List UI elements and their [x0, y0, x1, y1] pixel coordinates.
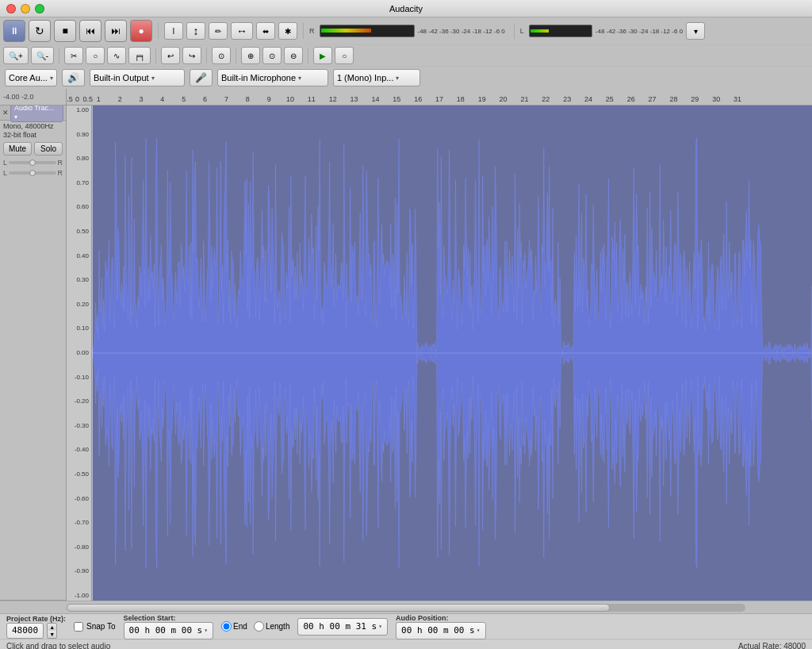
- audio-host-arrow: ▾: [50, 75, 53, 82]
- draw-btn[interactable]: ╒╕: [128, 47, 151, 64]
- window-controls[interactable]: [6, 4, 44, 13]
- audio-position-area: Audio Position: 00 h 00 m 00 s ▾: [396, 614, 486, 639]
- scroll-track[interactable]: [67, 604, 745, 612]
- sync-btn[interactable]: ⊙: [212, 47, 231, 64]
- separator1: [158, 23, 159, 39]
- vu-db-label1: -48 -42 -36 -30 -24 -18 -12 -6 0: [418, 28, 505, 35]
- ruler-tick: 29: [691, 95, 699, 103]
- vu-options-btn[interactable]: ▾: [686, 22, 705, 40]
- track-header: ✕ Audio Trac... ▾: [0, 106, 66, 121]
- rate-up[interactable]: ▲: [48, 624, 56, 631]
- length-radio[interactable]: [254, 621, 264, 632]
- selection-start-value[interactable]: 00 h 00 m 00 s ▾: [124, 622, 214, 639]
- end-value-display[interactable]: 00 h 00 m 31 s ▾: [297, 618, 388, 636]
- output-dropdown[interactable]: Built-in Output ▾: [90, 69, 185, 86]
- length-radio-label[interactable]: Length: [254, 621, 290, 632]
- end-length-group: End Length: [221, 621, 289, 632]
- redo-btn[interactable]: ↪: [182, 47, 201, 64]
- input-label: Built-in Microphone: [221, 73, 296, 83]
- play-btn2[interactable]: ▶: [313, 47, 332, 64]
- stop-button[interactable]: ■: [54, 20, 76, 42]
- envelope-tool[interactable]: ↕: [186, 22, 205, 40]
- amp-label: -0.30: [67, 423, 91, 429]
- ruler-tick: 4: [160, 95, 164, 103]
- rewind-button[interactable]: ⏮: [79, 20, 102, 42]
- close-button[interactable]: [6, 4, 16, 13]
- ruler-offset: -4.00: [3, 93, 20, 101]
- rate-spinner[interactable]: ▲ ▼: [47, 623, 57, 639]
- mute-button[interactable]: Mute: [3, 142, 32, 156]
- track-name-button[interactable]: Audio Trac... ▾: [10, 106, 63, 122]
- snap-to-checkbox[interactable]: [74, 622, 83, 632]
- pause-button[interactable]: ⏸: [3, 20, 25, 42]
- input-dropdown[interactable]: Built-in Microphone ▾: [217, 69, 328, 86]
- zoom-out2-btn[interactable]: ⊖: [284, 47, 303, 64]
- volume-slider[interactable]: [9, 161, 56, 164]
- amp-label: 0.10: [67, 325, 91, 332]
- output-vol-btn[interactable]: 🔊: [62, 69, 85, 86]
- audio-position-value[interactable]: 00 h 00 m 00 s ▾: [396, 622, 486, 639]
- audio-host-dropdown[interactable]: Core Au... ▾: [5, 69, 57, 86]
- zoom-sel-btn[interactable]: ⊕: [241, 47, 260, 64]
- ruler-tick: 28: [669, 95, 677, 103]
- amp-label: 0.20: [67, 301, 91, 308]
- undo-btn[interactable]: ↩: [161, 47, 180, 64]
- ffwd-button[interactable]: ⏭: [105, 20, 127, 42]
- zoom-tool[interactable]: ↔: [231, 22, 253, 40]
- timeshift-tool[interactable]: ⬌: [256, 22, 275, 40]
- amp-label: 0.60: [67, 204, 91, 210]
- pan-thumb: [29, 170, 36, 176]
- sep4: [59, 48, 59, 63]
- bottom-controls: Project Rate (Hz): 48000 ▲ ▼ Snap To Sel…: [0, 614, 812, 639]
- minimize-button[interactable]: [21, 4, 30, 13]
- rate-down[interactable]: ▼: [48, 631, 56, 638]
- record-vu-meter: [529, 25, 592, 37]
- channels-dropdown[interactable]: 1 (Mono) Inp... ▾: [333, 69, 420, 86]
- zoom-out-btn[interactable]: 🔍-: [31, 47, 54, 64]
- cursor-tool[interactable]: I: [164, 22, 183, 40]
- sep5: [155, 48, 156, 63]
- track-waveform-area: ✕ Audio Trac... ▾ Mono, 48000Hz 32-bit f…: [0, 106, 812, 601]
- separator2: [303, 23, 304, 39]
- track-info2: 32-bit float: [3, 131, 63, 139]
- mute-solo-row: Mute Solo: [3, 142, 63, 156]
- ruler-tick: 31: [733, 95, 741, 103]
- ruler-numbers: -0.500.512345678910111213141516171819202…: [67, 89, 812, 105]
- noise-btn[interactable]: ∿: [107, 47, 126, 64]
- scroll-thumb[interactable]: [67, 604, 610, 612]
- solo-button[interactable]: Solo: [34, 142, 63, 156]
- ruler-tick: 5: [182, 95, 186, 103]
- horizontal-scrollbar[interactable]: [0, 601, 812, 613]
- amp-label: 0.70: [67, 180, 91, 186]
- amp-label: 0.30: [67, 277, 91, 283]
- selection-start-label: Selection Start:: [124, 614, 214, 622]
- track-ruler-spacer: -4.00 -2.0: [0, 89, 67, 105]
- project-rate-area: Project Rate (Hz): 48000 ▲ ▼: [6, 615, 66, 639]
- ruler-tick: 13: [350, 95, 358, 103]
- zoom-in-btn[interactable]: 🔍+: [3, 47, 29, 64]
- record-button[interactable]: ●: [130, 20, 152, 42]
- end-radio-label[interactable]: End: [221, 621, 247, 632]
- amp-scale: 1.000.900.800.700.600.500.400.300.200.10…: [67, 106, 92, 601]
- pan-l-label: L: [3, 169, 7, 177]
- loop-btn2[interactable]: ○: [335, 47, 354, 64]
- maximize-button[interactable]: [35, 4, 44, 13]
- track-close-icon[interactable]: ✕: [2, 109, 9, 117]
- amp-label: -0.80: [67, 544, 91, 551]
- title-bar: Audacity: [0, 0, 812, 17]
- draw-tool[interactable]: ✏: [209, 22, 228, 40]
- end-radio[interactable]: [221, 621, 232, 632]
- volume-thumb: [29, 159, 36, 166]
- multi-tool[interactable]: ✱: [278, 22, 297, 40]
- mic-icon-btn[interactable]: 🎤: [190, 69, 213, 86]
- amp-label: -0.90: [67, 568, 91, 574]
- waveform-display[interactable]: [92, 106, 812, 601]
- amp-label: -0.10: [67, 374, 91, 381]
- trim-btn[interactable]: ✂: [64, 47, 83, 64]
- amp-label: -1.00: [67, 593, 91, 599]
- zoom-fit-btn[interactable]: ⊙: [262, 47, 282, 64]
- pan-slider[interactable]: [9, 171, 56, 175]
- silence-btn[interactable]: ○: [86, 47, 105, 64]
- loop-button[interactable]: ↻: [29, 20, 51, 42]
- vol-l-label: L: [3, 159, 7, 167]
